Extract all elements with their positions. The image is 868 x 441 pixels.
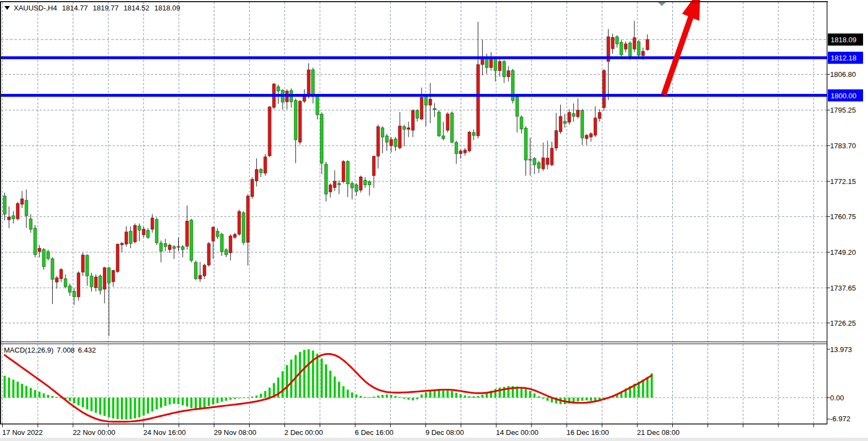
title-close-value: 1818.09 bbox=[154, 4, 180, 12]
candle-body bbox=[146, 230, 150, 237]
macd-histogram-bar bbox=[334, 377, 336, 398]
indicator-name: MACD(12,26,9) bbox=[4, 346, 53, 354]
candle-body bbox=[298, 101, 302, 142]
candle-body bbox=[324, 164, 328, 194]
macd-histogram-bar bbox=[190, 398, 192, 408]
one-click-trading-collapse-icon[interactable] bbox=[4, 6, 10, 10]
macd-histogram-bar bbox=[225, 398, 228, 401]
candle-body bbox=[151, 218, 154, 230]
candle-body bbox=[234, 235, 237, 238]
candle-body bbox=[320, 114, 324, 163]
macd-histogram-bar bbox=[117, 398, 119, 419]
macd-histogram-bar bbox=[52, 396, 54, 398]
macd-histogram-bar bbox=[151, 398, 153, 411]
candle-body bbox=[268, 107, 272, 156]
candle-body bbox=[642, 51, 645, 55]
macd-histogram-bar bbox=[142, 398, 145, 416]
candle-body bbox=[364, 180, 367, 185]
candle-body bbox=[385, 136, 389, 142]
macd-histogram-bar bbox=[78, 398, 80, 405]
candle-body bbox=[633, 38, 636, 49]
candle-body bbox=[64, 279, 67, 287]
candle-body bbox=[8, 217, 11, 220]
candle-body bbox=[477, 65, 480, 136]
candle-body bbox=[577, 110, 580, 117]
candle-body bbox=[494, 58, 497, 71]
price-axis-label: 1772.15 bbox=[830, 178, 856, 185]
macd-histogram-bar bbox=[99, 398, 101, 415]
candle-body bbox=[616, 37, 619, 44]
macd-histogram-bar bbox=[56, 397, 58, 398]
candle-body bbox=[637, 42, 640, 55]
macd-histogram-bar bbox=[395, 396, 397, 398]
candle-body bbox=[516, 97, 519, 116]
chart-shift-marker-icon[interactable] bbox=[657, 2, 666, 6]
macd-histogram-bar bbox=[16, 382, 19, 398]
macd-histogram-bar bbox=[34, 390, 36, 398]
candle-body bbox=[207, 243, 211, 265]
candle-body bbox=[355, 185, 358, 192]
macd-histogram-bar bbox=[482, 395, 484, 398]
macd-histogram-bar bbox=[542, 398, 544, 399]
candle-body bbox=[507, 71, 510, 77]
macd-histogram-bar bbox=[47, 395, 49, 398]
candle-body bbox=[372, 156, 375, 175]
title-open-value: 1814.77 bbox=[62, 4, 88, 12]
candle-body bbox=[581, 110, 584, 138]
candle-body bbox=[203, 265, 206, 276]
macd-histogram-bar bbox=[642, 379, 644, 398]
macd-histogram-bar bbox=[173, 398, 175, 404]
macd-histogram-bar bbox=[464, 395, 466, 398]
macd-histogram-bar bbox=[199, 398, 201, 409]
macd-histogram-bar bbox=[308, 349, 310, 398]
window-left-border bbox=[0, 1, 1, 424]
candle-body bbox=[225, 250, 228, 255]
candle-body bbox=[394, 139, 397, 147]
candle-body bbox=[120, 243, 124, 245]
macd-histogram-bar bbox=[91, 398, 93, 411]
macd-histogram-bar bbox=[221, 398, 223, 402]
candle-body bbox=[186, 221, 189, 246]
candle-body bbox=[242, 213, 245, 243]
candle-body bbox=[38, 248, 41, 252]
macd-histogram-bar bbox=[403, 398, 405, 399]
window-top-border bbox=[0, 1, 828, 2]
candle-body bbox=[181, 247, 185, 250]
macd-histogram-bar bbox=[468, 397, 471, 398]
chart-canvas[interactable] bbox=[0, 0, 868, 441]
current-price-badge-value: 1818.09 bbox=[831, 36, 856, 43]
candle-body bbox=[216, 231, 219, 237]
candle-body bbox=[229, 236, 233, 253]
time-axis-label: 29 Nov 08:00 bbox=[214, 429, 256, 436]
time-axis-label: 6 Dec 16:00 bbox=[355, 429, 394, 436]
candle-body bbox=[555, 131, 558, 148]
macd-histogram-bar bbox=[234, 398, 236, 399]
macd-histogram-bar bbox=[347, 390, 349, 398]
macd-histogram-bar bbox=[412, 398, 414, 400]
candle-body bbox=[237, 211, 241, 235]
macd-histogram-bar bbox=[399, 397, 401, 398]
candle-body bbox=[463, 150, 467, 153]
macd-histogram-bar bbox=[238, 398, 240, 398]
candle-body bbox=[646, 40, 649, 50]
macd-histogram-bar bbox=[242, 398, 245, 398]
macd-histogram-bar bbox=[316, 354, 318, 398]
macd-histogram-bar bbox=[229, 398, 231, 400]
macd-signal-line bbox=[5, 354, 652, 422]
candle-body bbox=[628, 43, 632, 56]
macd-histogram-bar bbox=[208, 398, 210, 406]
macd-histogram-bar bbox=[103, 398, 106, 416]
candle-body bbox=[568, 113, 571, 122]
candle-body bbox=[459, 151, 462, 154]
macd-histogram-bar bbox=[86, 398, 89, 409]
candle-body bbox=[251, 180, 254, 197]
macd-histogram-bar bbox=[364, 397, 366, 398]
macd-histogram-bar bbox=[251, 397, 253, 398]
macd-histogram-bar bbox=[260, 394, 262, 398]
candle-body bbox=[529, 159, 532, 160]
macd-histogram-bar bbox=[356, 394, 358, 398]
trend-arrow-annotation[interactable] bbox=[661, 0, 700, 96]
chart-window: XAUUSD-,H4 1814.77 1819.77 1814.52 1818.… bbox=[0, 0, 868, 441]
candle-body bbox=[107, 268, 110, 283]
candle-body bbox=[90, 276, 93, 287]
